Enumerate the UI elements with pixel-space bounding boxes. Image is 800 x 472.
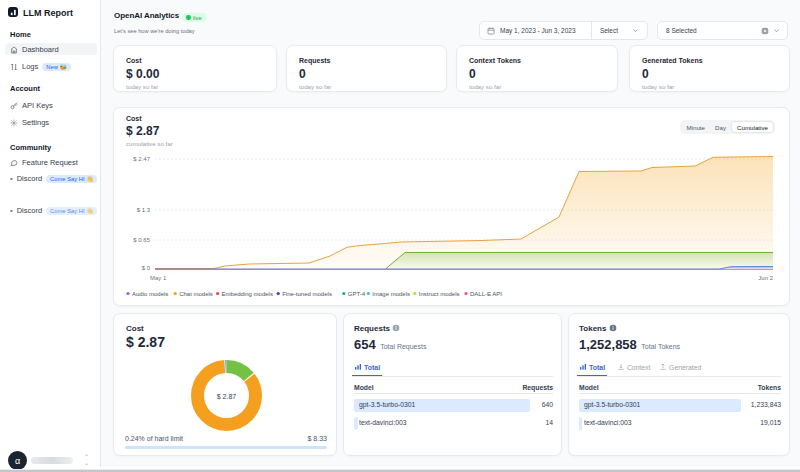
svg-text:$ 2.87: $ 2.87 xyxy=(217,393,237,400)
svg-text:$ 2.47: $ 2.47 xyxy=(133,156,150,162)
svg-text:May 1: May 1 xyxy=(150,275,167,281)
svg-text:Image models: Image models xyxy=(372,291,410,297)
svg-text:$ 0: $ 0 xyxy=(142,265,151,271)
svg-text:Embedding models: Embedding models xyxy=(222,291,273,297)
svg-text:Chat models: Chat models xyxy=(179,291,213,297)
svg-text:Instruct models: Instruct models xyxy=(419,291,460,297)
svg-text:Jun 2: Jun 2 xyxy=(758,275,773,281)
svg-text:$ 0.65: $ 0.65 xyxy=(133,237,150,243)
svg-text:Audio models: Audio models xyxy=(132,291,168,297)
svg-text:$ 1.3: $ 1.3 xyxy=(137,207,151,213)
svg-text:Fine-tuned models: Fine-tuned models xyxy=(282,291,332,297)
svg-text:DALL-E API: DALL-E API xyxy=(470,291,502,297)
svg-text:GPT-4: GPT-4 xyxy=(348,291,366,297)
